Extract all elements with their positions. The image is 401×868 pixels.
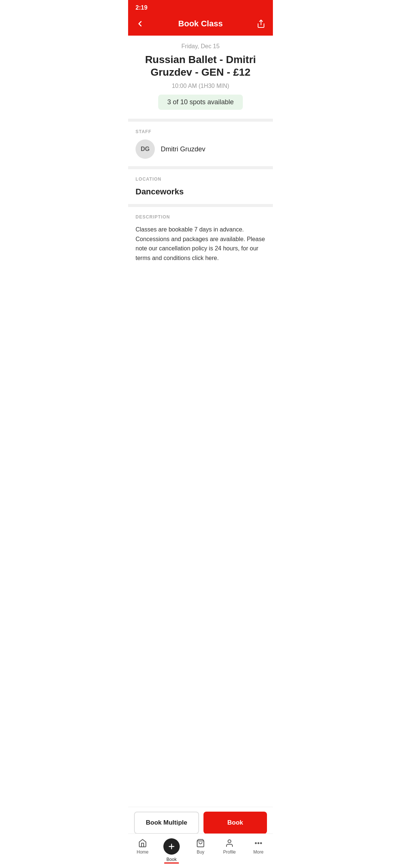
staff-row: DG Dmitri Gruzdev bbox=[136, 139, 265, 159]
spots-available-badge: 3 of 10 spots available bbox=[158, 95, 242, 110]
description-section: DESCRIPTION Classes are bookable 7 days … bbox=[128, 207, 273, 300]
class-info-section: Friday, Dec 15 Russian Ballet - Dmitri G… bbox=[128, 36, 273, 122]
page-title: Book Class bbox=[178, 19, 223, 29]
main-content: Friday, Dec 15 Russian Ballet - Dmitri G… bbox=[128, 36, 273, 300]
share-button[interactable] bbox=[255, 18, 267, 30]
location-section-label: LOCATION bbox=[136, 177, 265, 182]
staff-avatar: DG bbox=[136, 139, 155, 159]
description-section-label: DESCRIPTION bbox=[136, 214, 265, 220]
location-name: Danceworks bbox=[136, 187, 265, 197]
class-date: Friday, Dec 15 bbox=[136, 43, 265, 50]
status-time: 2:19 bbox=[136, 4, 147, 11]
description-text: Classes are bookable 7 days in advance. … bbox=[136, 225, 265, 263]
header: Book Class bbox=[128, 14, 273, 36]
class-time: 10:00 AM (1H30 MIN) bbox=[136, 83, 265, 89]
staff-name: Dmitri Gruzdev bbox=[161, 145, 205, 153]
staff-section: STAFF DG Dmitri Gruzdev bbox=[128, 122, 273, 169]
status-bar: 2:19 bbox=[128, 0, 273, 14]
staff-section-label: STAFF bbox=[136, 129, 265, 134]
location-section: LOCATION Danceworks bbox=[128, 169, 273, 207]
back-button[interactable] bbox=[134, 18, 146, 30]
class-title: Russian Ballet - Dmitri Gruzdev - GEN - … bbox=[136, 53, 265, 78]
